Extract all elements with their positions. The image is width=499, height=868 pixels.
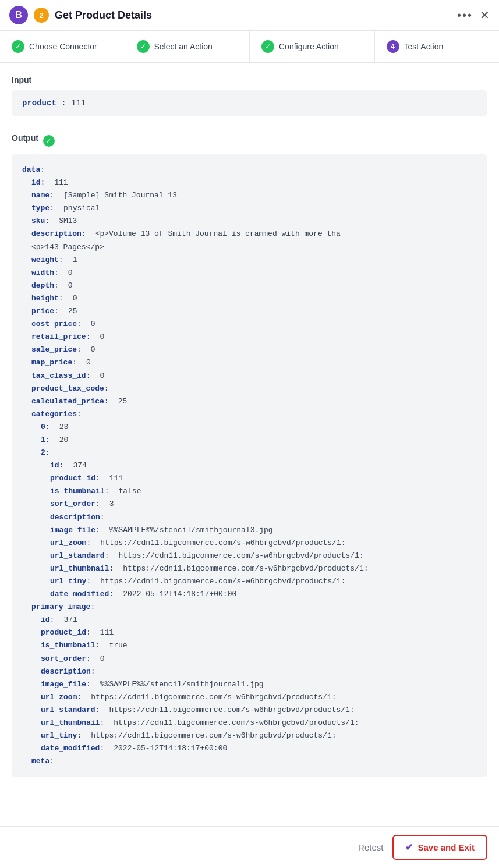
data-value: 25 [118, 395, 128, 408]
header-left: B 2 Get Product Details [9, 6, 152, 24]
data-value: 0 [100, 331, 104, 343]
data-colon: : [95, 498, 100, 511]
output-data-row: url_zoom :https://cdn11.bigcommerce.com/… [50, 537, 477, 550]
output-data-row: url_thumbnail :https://cdn11.bigcommerce… [50, 562, 477, 575]
data-colon: : [59, 254, 63, 267]
step-select-action[interactable]: ✓ Select an Action [125, 31, 250, 62]
data-colon: : [77, 408, 82, 421]
data-colon: : [54, 279, 59, 292]
output-data-row: description :<p>Volume 13 of Smith Journ… [31, 228, 477, 240]
output-data-row: id :111 [31, 176, 477, 189]
output-header: Output ✓ [12, 133, 487, 148]
output-data-row: 1 :20 [41, 434, 477, 447]
data-key: sort_order [50, 498, 95, 511]
step-label: Configure Action [279, 42, 339, 51]
data-key: calculated_price [31, 395, 104, 408]
output-data-row: date_modified :2022-05-12T14:18:17+00:00 [41, 742, 477, 755]
data-key: retail_price [31, 331, 86, 343]
output-data-row: description : [50, 511, 477, 524]
data-value: 0 [100, 370, 104, 382]
data-colon: : [86, 331, 91, 343]
data-key: type [31, 202, 49, 215]
data-value: https://cdn11.bigcommerce.com/s-w6hbrgcb… [118, 550, 363, 562]
output-data-row: url_tiny :https://cdn11.bigcommerce.com/… [50, 575, 477, 588]
output-data-row: width :0 [31, 267, 477, 279]
output-data-row: 0 :23 [41, 421, 477, 434]
output-data-row: id :371 [41, 614, 477, 626]
page-title: Get Product Details [55, 9, 152, 22]
output-data-row: type :physical [31, 202, 477, 215]
data-value: %%SAMPLE%%/stencil/smithjournal3.jpg [109, 524, 273, 537]
data-key: url_zoom [41, 691, 77, 704]
data-colon: : [104, 395, 109, 408]
close-icon[interactable]: ✕ [480, 8, 490, 22]
data-colon: : [100, 717, 104, 729]
data-key: is_thumbnail [41, 639, 95, 652]
input-product-key: product [22, 98, 56, 108]
data-value: <p>143 Pages</p> [31, 241, 104, 254]
more-options-icon[interactable]: ••• [457, 9, 473, 22]
data-key: tax_class_id [31, 370, 86, 382]
output-data-row: price :25 [31, 305, 477, 318]
data-colon: : [49, 755, 54, 768]
data-key: url_standard [50, 550, 105, 562]
data-value: 25 [68, 305, 77, 318]
data-key: sort_order [41, 653, 86, 665]
data-colon: : [86, 370, 91, 382]
data-value: https://cdn11.bigcommerce.com/s-w6hbrgcb… [91, 729, 336, 742]
data-value: 371 [63, 614, 77, 626]
data-value: [Sample] Smith Journal 13 [63, 189, 177, 202]
data-key: product_id [50, 472, 95, 485]
output-data-row: product_id :111 [50, 472, 477, 485]
data-colon: : [95, 472, 100, 485]
steps-bar: ✓ Choose Connector ✓ Select an Action ✓ … [0, 31, 499, 63]
data-key: image_file [41, 678, 86, 691]
output-data-row: url_tiny :https://cdn11.bigcommerce.com/… [41, 729, 477, 742]
data-value: https://cdn11.bigcommerce.com/s-w6hbrgcb… [114, 717, 359, 729]
data-value: 374 [73, 459, 86, 472]
data-colon: : [100, 742, 104, 755]
output-data-row: primary_image : [31, 601, 477, 614]
step-configure-action[interactable]: ✓ Configure Action [250, 31, 375, 62]
output-data-row: date_modified :2022-05-12T14:18:17+00:00 [50, 588, 477, 601]
data-key: 0 [41, 421, 45, 434]
output-data-row: sort_order :0 [41, 653, 477, 665]
output-data-row: image_file :%%SAMPLE%%/stencil/smithjour… [41, 678, 477, 691]
data-key: url_thumbnail [50, 562, 109, 575]
data-colon: : [95, 704, 100, 717]
output-data-row: description : [41, 665, 477, 678]
data-value: https://cdn11.bigcommerce.com/s-w6hbrgcb… [100, 537, 345, 550]
data-key: map_price [31, 356, 72, 369]
output-data-row: map_price :0 [31, 356, 477, 369]
output-data-row: sort_order :3 [50, 498, 477, 511]
output-box: data :id :111name :[Sample] Smith Journa… [12, 154, 487, 777]
output-data-row: sale_price :0 [31, 343, 477, 356]
main-content: Input product : 111 Output ✓ data :id :1… [0, 63, 499, 835]
output-data-row: <p>143 Pages</p> [31, 241, 477, 254]
data-key: meta [31, 755, 49, 768]
data-key: date_modified [41, 742, 100, 755]
data-key: description [41, 665, 91, 678]
data-value: 0 [68, 279, 73, 292]
data-colon: : [77, 318, 82, 331]
save-exit-button[interactable]: ✔ Save and Exit [392, 835, 487, 860]
data-colon: : [77, 691, 82, 704]
output-data-row: calculated_price :25 [31, 395, 477, 408]
retest-button[interactable]: Retest [358, 842, 383, 852]
data-value: 0 [91, 318, 95, 331]
step-test-action[interactable]: 4 Test Action [375, 31, 500, 62]
data-colon: : [49, 189, 54, 202]
data-key: product_tax_code [31, 382, 104, 395]
data-key: description [31, 228, 82, 240]
data-key: name [31, 189, 49, 202]
data-key: image_file [50, 524, 95, 537]
output-data-row: is_thumbnail :false [50, 485, 477, 498]
data-key: cost_price [31, 318, 77, 331]
data-value: 1 [73, 254, 77, 267]
data-value: false [118, 485, 141, 498]
step-choose-connector[interactable]: ✓ Choose Connector [0, 31, 125, 62]
data-key: url_tiny [41, 729, 77, 742]
data-value: 2022-05-12T14:18:17+00:00 [123, 588, 236, 601]
data-key: url_thumbnail [41, 717, 100, 729]
output-data-row: weight :1 [31, 254, 477, 267]
